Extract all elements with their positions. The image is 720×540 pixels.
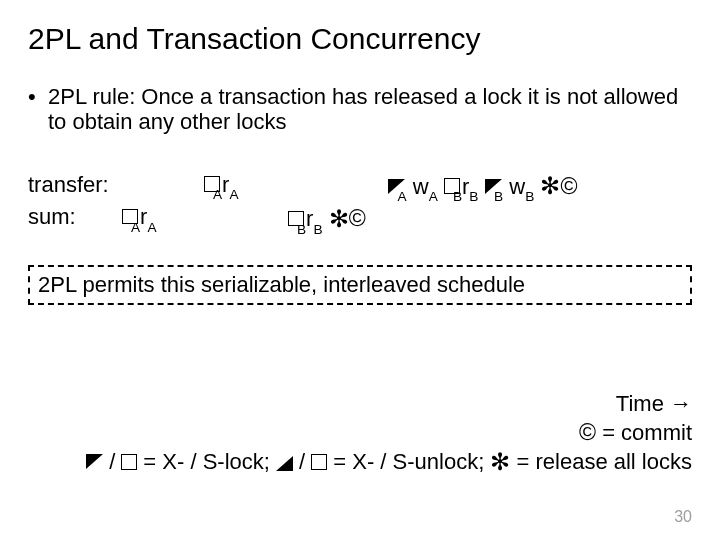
sum-commit: © bbox=[349, 206, 366, 231]
sum-op-2: BrB bbox=[288, 206, 329, 231]
permits-text: 2PL permits this serializable, interleav… bbox=[38, 272, 525, 297]
permits-box: 2PL permits this serializable, interleav… bbox=[28, 265, 692, 305]
sunlock-icon bbox=[311, 454, 327, 470]
sum-release: ✻ bbox=[329, 206, 349, 231]
rule-text: 2PL rule: Once a transaction has release… bbox=[48, 84, 678, 134]
transfer-op-2: A wA bbox=[388, 174, 444, 199]
legend-commit: © = commit bbox=[28, 418, 692, 447]
schedule-row-sum: sum: ArA BrB ✻© bbox=[28, 203, 692, 235]
transfer-op-1: ArA bbox=[204, 172, 239, 197]
xunlock-icon bbox=[276, 456, 293, 471]
slide-title: 2PL and Transaction Concurrency bbox=[28, 22, 692, 56]
commit-icon: © bbox=[579, 419, 596, 445]
row-label-sum: sum: bbox=[28, 203, 122, 235]
row-label-transfer: transfer: bbox=[28, 171, 122, 203]
rule-bullet: •2PL rule: Once a transaction has releas… bbox=[28, 84, 692, 135]
schedule: transfer: ArA A wA BrB B wB ✻© bbox=[28, 171, 692, 236]
xlock-icon bbox=[86, 454, 103, 469]
bullet-dot: • bbox=[28, 84, 48, 109]
transfer-op-4: B wB bbox=[485, 174, 541, 199]
transfer-op-3: BrB bbox=[444, 174, 485, 199]
sum-op-1: ArA bbox=[122, 204, 157, 229]
slock-icon bbox=[121, 454, 137, 470]
schedule-row-transfer: transfer: ArA A wA BrB B wB ✻© bbox=[28, 171, 692, 203]
transfer-release: ✻ bbox=[540, 174, 560, 199]
transfer-commit: © bbox=[560, 174, 577, 199]
legend: Time → © = commit / = X- / S-lock; / = X… bbox=[28, 390, 692, 476]
legend-time: Time → bbox=[28, 390, 692, 418]
page-number: 30 bbox=[674, 508, 692, 526]
legend-locks: / = X- / S-lock; / = X- / S-unlock; ✻ = … bbox=[28, 446, 692, 476]
release-icon: ✻ bbox=[490, 448, 510, 475]
